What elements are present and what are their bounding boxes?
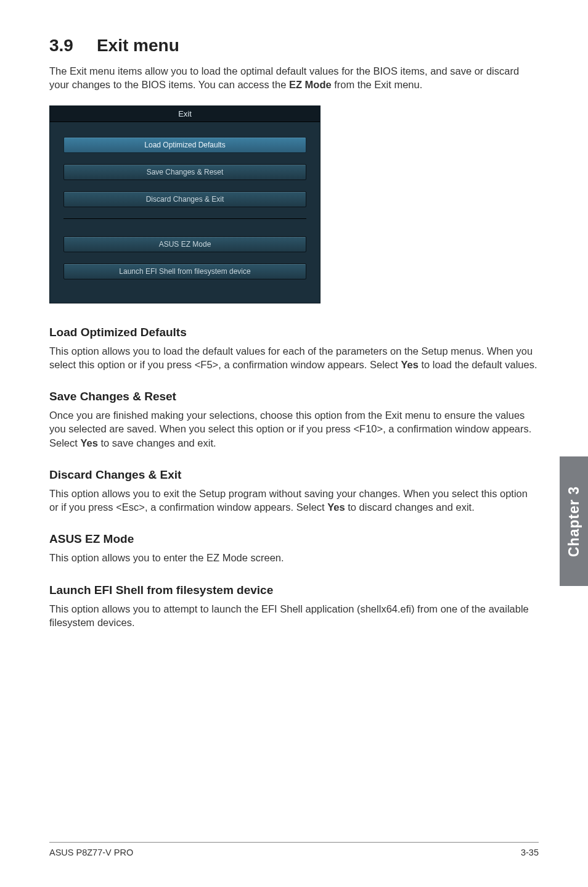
section-para-discard-exit: This option allows you to exit the Setup… (49, 487, 539, 514)
bios-load-optimized-defaults-button[interactable]: Load Optimized Defaults (63, 137, 306, 153)
intro-text-1: The Exit menu items allow you to load th… (49, 65, 519, 90)
text: to load the default values. (419, 359, 537, 370)
intro-bold: EZ Mode (289, 79, 332, 90)
heading-title: Exit menu (97, 36, 179, 56)
bios-launch-efi-shell-button[interactable]: Launch EFI Shell from filesystem device (63, 263, 306, 279)
section-title-ez-mode: ASUS EZ Mode (49, 532, 539, 546)
section-para-launch-efi: This option allows you to attempt to lau… (49, 602, 539, 630)
bios-tab-exit[interactable]: Exit (50, 106, 320, 122)
heading-number: 3.9 (49, 36, 73, 56)
section-para-ez-mode: This option allows you to enter the EZ M… (49, 551, 539, 564)
bios-save-changes-reset-button[interactable]: Save Changes & Reset (63, 164, 306, 180)
footer-product: ASUS P8Z77-V PRO (49, 848, 133, 857)
section-title-discard-exit: Discard Changes & Exit (49, 468, 539, 482)
page-footer: ASUS P8Z77-V PRO 3-35 (49, 842, 539, 857)
bios-button-group: Load Optimized Defaults Save Changes & R… (50, 122, 320, 279)
bold-yes: Yes (327, 501, 345, 513)
intro-paragraph: The Exit menu items allow you to load th… (49, 64, 539, 92)
bios-discard-changes-exit-button[interactable]: Discard Changes & Exit (63, 191, 306, 207)
bios-asus-ez-mode-button[interactable]: ASUS EZ Mode (63, 236, 306, 252)
text: to save changes and exit. (98, 437, 216, 448)
intro-text-2: from the Exit menu. (332, 79, 423, 90)
bold-yes: Yes (401, 359, 418, 370)
section-title-save-reset: Save Changes & Reset (49, 390, 539, 403)
chapter-tab: Chapter 3 (560, 456, 588, 586)
page-heading: 3.9Exit menu (49, 36, 539, 56)
bold-yes: Yes (80, 437, 97, 448)
bios-divider (63, 218, 306, 219)
footer-page-number: 3-35 (521, 848, 539, 857)
section-title-load-defaults: Load Optimized Defaults (49, 326, 539, 339)
section-para-load-defaults: This option allows you to load the defau… (49, 344, 539, 372)
section-para-save-reset: Once you are finished making your select… (49, 408, 539, 450)
text: to discard changes and exit. (345, 501, 475, 513)
section-title-launch-efi: Launch EFI Shell from filesystem device (49, 584, 539, 597)
bios-exit-panel: Exit Load Optimized Defaults Save Change… (49, 105, 321, 303)
